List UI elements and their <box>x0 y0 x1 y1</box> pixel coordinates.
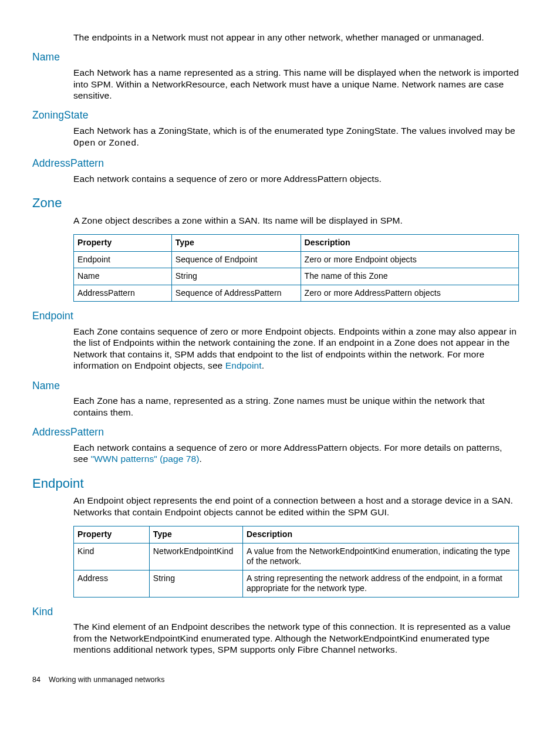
kind-body: The Kind element of an Endpoint describe… <box>73 621 519 655</box>
heading-addresspattern-1: AddressPattern <box>32 157 519 170</box>
table-header-row: Property Type Description <box>74 526 519 544</box>
td-property: AddressPattern <box>74 285 172 302</box>
footer-title: Working with unmanaged networks <box>49 676 164 684</box>
name-2-body: Each Zone has a name, represented as a s… <box>73 395 519 418</box>
td-type: String <box>149 570 242 597</box>
code-open: Open <box>73 138 96 148</box>
zoningstate-pre: Each Network has a ZoningState, which is… <box>73 126 515 136</box>
addresspattern-1-body: Each network contains a sequence of zero… <box>73 173 519 184</box>
heading-name-1: Name <box>32 51 519 64</box>
th-description: Description <box>301 235 518 252</box>
table-row: Kind NetworkEndpointKind A value from th… <box>74 543 519 570</box>
heading-endpoint-2: Endpoint <box>32 475 519 492</box>
td-type: Sequence of AddressPattern <box>171 285 301 302</box>
heading-name-2: Name <box>32 380 519 393</box>
zoningstate-mid: or <box>96 137 109 147</box>
td-property: Address <box>74 570 150 597</box>
td-type: NetworkEndpointKind <box>149 543 242 570</box>
zone-table: Property Type Description Endpoint Seque… <box>73 234 519 302</box>
zoningstate-post: . <box>136 137 139 147</box>
td-type: String <box>171 268 301 285</box>
addresspattern-2-body: Each network contains a sequence of zero… <box>73 442 519 465</box>
endpoint-1-post: . <box>262 360 264 370</box>
th-type: Type <box>171 235 301 252</box>
th-type: Type <box>149 526 242 544</box>
intro-paragraph: The endpoints in a Network must not appe… <box>73 32 519 43</box>
zoningstate-body: Each Network has a ZoningState, which is… <box>73 125 519 149</box>
heading-zone: Zone <box>32 195 519 211</box>
endpoint-table: Property Type Description Kind NetworkEn… <box>73 526 519 598</box>
th-property: Property <box>74 235 172 252</box>
th-property: Property <box>74 526 150 544</box>
heading-endpoint-1: Endpoint <box>32 310 519 323</box>
td-type: Sequence of Endpoint <box>171 251 301 268</box>
name-1-body: Each Network has a name represented as a… <box>73 67 519 101</box>
code-zoned: Zoned <box>109 138 136 148</box>
td-property: Name <box>74 268 172 285</box>
endpoint-2-body: An Endpoint object represents the end po… <box>73 495 519 518</box>
page-number: 84 <box>32 676 41 684</box>
td-description: A value from the NetworkEndpointKind enu… <box>243 543 519 570</box>
endpoint-1-body: Each Zone contains sequence of zero or m… <box>73 326 519 372</box>
td-description: Zero or more AddressPattern objects <box>301 285 518 302</box>
heading-addresspattern-2: AddressPattern <box>32 426 519 439</box>
table-header-row: Property Type Description <box>74 235 519 252</box>
heading-kind: Kind <box>32 606 519 619</box>
heading-zoningstate: ZoningState <box>32 109 519 122</box>
td-description: Zero or more Endpoint objects <box>301 251 518 268</box>
table-row: AddressPattern Sequence of AddressPatter… <box>74 285 519 302</box>
td-property: Kind <box>74 543 150 570</box>
th-description: Description <box>243 526 519 544</box>
zone-body: A Zone object describes a zone within a … <box>73 215 519 226</box>
table-row: Address String A string representing the… <box>74 570 519 597</box>
addresspattern-2-post: . <box>200 454 202 464</box>
table-row: Endpoint Sequence of Endpoint Zero or mo… <box>74 251 519 268</box>
td-description: A string representing the network addres… <box>243 570 519 597</box>
endpoint-link[interactable]: Endpoint <box>225 360 262 370</box>
page-footer: 84Working with unmanaged networks <box>32 676 519 685</box>
table-row: Name String The name of this Zone <box>74 268 519 285</box>
wwn-patterns-link[interactable]: "WWN patterns" (page 78) <box>91 454 200 464</box>
td-description: The name of this Zone <box>301 268 518 285</box>
td-property: Endpoint <box>74 251 172 268</box>
endpoint-1-pre: Each Zone contains sequence of zero or m… <box>73 326 517 370</box>
